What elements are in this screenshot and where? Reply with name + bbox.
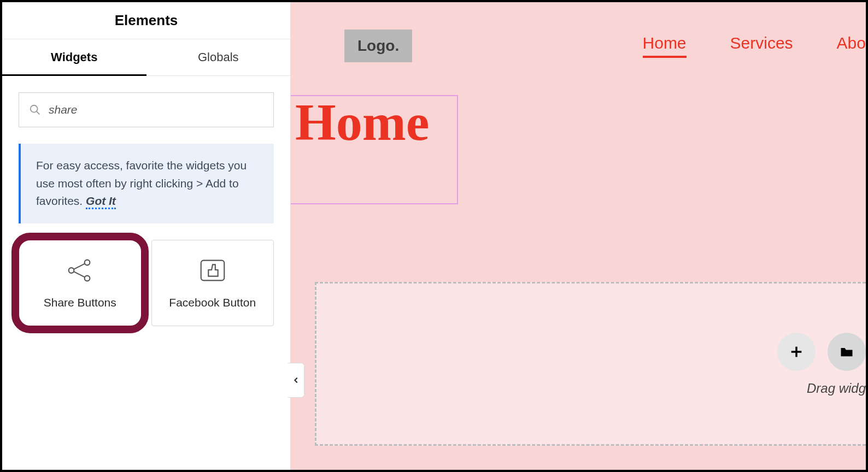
collapse-panel-button[interactable]: [288, 363, 304, 398]
dropzone-hint: Drag widg: [807, 381, 866, 396]
panel-title: Elements: [2, 2, 290, 39]
chevron-left-icon: [292, 376, 300, 384]
svg-rect-7: [201, 260, 224, 280]
svg-line-1: [37, 111, 40, 115]
svg-point-4: [85, 275, 90, 281]
tip-got-it-link[interactable]: Got It: [86, 194, 116, 209]
primary-nav: Home Services Abo: [643, 34, 866, 58]
widget-label: Facebook Button: [169, 296, 256, 309]
share-icon: [64, 257, 96, 284]
widget-label: Share Buttons: [44, 296, 116, 309]
panel-tabs: Widgets Globals: [2, 39, 290, 76]
hero-title-widget[interactable]: Home: [291, 95, 458, 204]
search-box[interactable]: [19, 92, 274, 127]
site-logo[interactable]: Logo.: [344, 30, 412, 62]
favorites-tip: For easy access, favorite the widgets yo…: [19, 144, 274, 223]
nav-services[interactable]: Services: [730, 34, 793, 58]
widget-results: Share Buttons Facebook Button: [2, 240, 290, 326]
nav-home[interactable]: Home: [643, 34, 687, 58]
site-header: Logo. Home Services Abo: [291, 2, 866, 62]
tip-text: For easy access, favorite the widgets yo…: [36, 159, 247, 207]
svg-point-2: [69, 268, 74, 273]
dropzone-controls: [777, 333, 866, 371]
elements-panel: Elements Widgets Globals For easy access…: [2, 2, 291, 470]
svg-point-3: [85, 259, 90, 265]
add-widget-button[interactable]: [777, 333, 816, 371]
folder-button[interactable]: [828, 333, 866, 371]
thumbs-up-icon: [197, 257, 228, 284]
tab-widgets[interactable]: Widgets: [2, 39, 146, 75]
search-input[interactable]: [49, 103, 263, 116]
widget-dropzone[interactable]: Drag widg: [315, 282, 866, 446]
nav-about[interactable]: Abo: [837, 34, 866, 58]
plus-icon: [789, 344, 804, 359]
svg-point-0: [31, 105, 38, 113]
tab-globals[interactable]: Globals: [146, 39, 291, 75]
editor-canvas[interactable]: Logo. Home Services Abo Home: [291, 2, 866, 470]
folder-icon: [839, 344, 854, 359]
svg-line-6: [74, 272, 85, 277]
search-icon: [29, 104, 41, 116]
svg-line-5: [74, 263, 85, 269]
widget-share-buttons[interactable]: Share Buttons: [19, 240, 142, 326]
hero-title: Home: [295, 92, 429, 152]
widget-facebook-button[interactable]: Facebook Button: [151, 240, 274, 326]
